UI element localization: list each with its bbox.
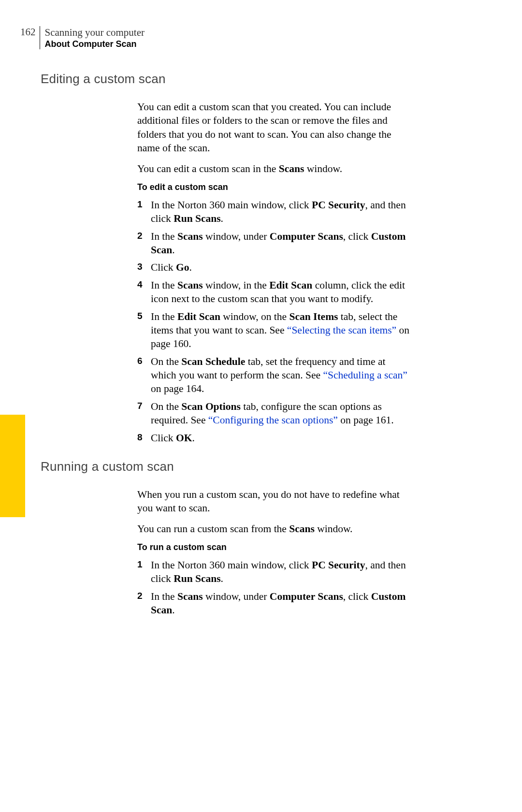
edit-step-1: In the Norton 360 main window, click PC … xyxy=(137,198,413,226)
edit-step-6: On the Scan Schedule tab, set the freque… xyxy=(137,355,413,396)
yellow-thumb-tab xyxy=(0,415,25,517)
page-header: 162 Scanning your computer About Compute… xyxy=(20,26,145,50)
edit-step-2: In the Scans window, under Computer Scan… xyxy=(137,230,413,257)
run-steps-list: In the Norton 360 main window, click PC … xyxy=(137,558,413,617)
edit-step-8: Click OK. xyxy=(137,431,413,445)
heading-editing-custom-scan: Editing a custom scan xyxy=(41,72,413,87)
header-section: About Computer Scan xyxy=(45,39,145,50)
header-divider xyxy=(40,26,40,49)
edit-step-4: In the Scans window, in the Edit Scan co… xyxy=(137,278,413,306)
run-step-2: In the Scans window, under Computer Scan… xyxy=(137,590,413,617)
section1-para2: You can edit a custom scan in the Scans … xyxy=(137,162,413,175)
section1-body: You can edit a custom scan that you crea… xyxy=(137,100,413,445)
header-text: Scanning your computer About Computer Sc… xyxy=(45,26,145,50)
section1-para1: You can edit a custom scan that you crea… xyxy=(137,100,413,155)
section2-para2: You can run a custom scan from the Scans… xyxy=(137,522,413,536)
content-area: Editing a custom scan You can edit a cus… xyxy=(41,72,413,621)
run-step-1: In the Norton 360 main window, click PC … xyxy=(137,558,413,586)
edit-step-7: On the Scan Options tab, configure the s… xyxy=(137,400,413,427)
link-configuring-scan-options[interactable]: “Configuring the scan options” xyxy=(208,414,338,426)
task-heading-edit: To edit a custom scan xyxy=(137,182,413,192)
section2: Running a custom scan When you run a cus… xyxy=(41,459,413,617)
header-chapter: Scanning your computer xyxy=(45,26,145,39)
task-heading-run: To run a custom scan xyxy=(137,542,413,552)
link-selecting-scan-items[interactable]: “Selecting the scan items” xyxy=(287,324,396,336)
heading-running-custom-scan: Running a custom scan xyxy=(41,459,413,474)
section2-para1: When you run a custom scan, you do not h… xyxy=(137,488,413,515)
edit-step-3: Click Go. xyxy=(137,261,413,274)
link-scheduling-scan[interactable]: “Scheduling a scan” xyxy=(323,369,407,381)
page-number: 162 xyxy=(20,26,40,38)
edit-step-5: In the Edit Scan window, on the Scan Ite… xyxy=(137,310,413,351)
section2-body: When you run a custom scan, you do not h… xyxy=(137,488,413,617)
edit-steps-list: In the Norton 360 main window, click PC … xyxy=(137,198,413,445)
